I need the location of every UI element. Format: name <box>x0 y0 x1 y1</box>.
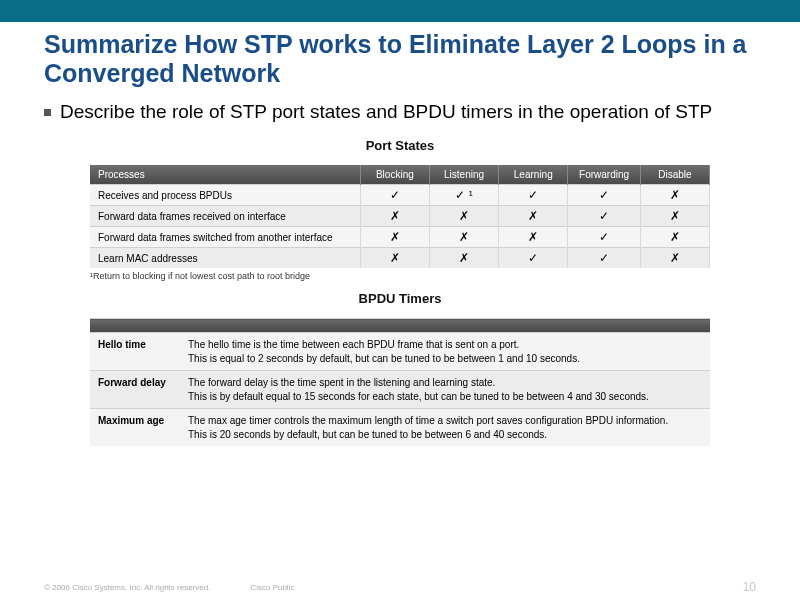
bullet-item: Describe the role of STP port states and… <box>44 100 756 125</box>
col-forwarding: Forwarding <box>568 165 640 185</box>
table-row: Hello timeThe hello time is the time bet… <box>90 333 710 371</box>
state-cell: ✗ <box>640 185 709 206</box>
state-cell: ✗ <box>429 206 498 227</box>
process-label: Learn MAC addresses <box>90 248 360 269</box>
slide-title: Summarize How STP works to Eliminate Lay… <box>44 30 756 88</box>
state-cell: ✗ <box>640 206 709 227</box>
bpdu-timers-table: Hello timeThe hello time is the time bet… <box>90 318 710 446</box>
table-row: Forward delayThe forward delay is the ti… <box>90 371 710 409</box>
table-row: Maximum ageThe max age timer controls th… <box>90 409 710 447</box>
timer-description: The max age timer controls the maximum l… <box>180 409 710 447</box>
state-cell: ✓ <box>568 206 640 227</box>
bpdu-timers-caption: BPDU Timers <box>44 291 756 306</box>
timer-label: Forward delay <box>90 371 180 409</box>
state-cell: ✓ <box>568 248 640 269</box>
footer-copyright: © 2006 Cisco Systems, Inc. All rights re… <box>44 583 210 592</box>
col-learning: Learning <box>499 165 568 185</box>
slide-top-bar <box>0 0 800 22</box>
footer-label: Cisco Public <box>250 583 294 592</box>
state-cell: ✗ <box>640 248 709 269</box>
state-cell: ✗ <box>360 248 429 269</box>
state-cell: ✗ <box>429 248 498 269</box>
state-cell: ✓ <box>499 185 568 206</box>
page-number: 10 <box>743 580 756 594</box>
table-row: Forward data frames switched from anothe… <box>90 227 710 248</box>
col-processes: Processes <box>90 165 360 185</box>
state-cell: ✓ <box>568 227 640 248</box>
state-cell: ✗ <box>640 227 709 248</box>
col-blocking: Blocking <box>360 165 429 185</box>
timer-label: Maximum age <box>90 409 180 447</box>
slide-footer: © 2006 Cisco Systems, Inc. All rights re… <box>0 580 800 594</box>
table-row: Receives and process BPDUs✓✓ ¹✓✓✗ <box>90 185 710 206</box>
port-states-footnote: ¹Return to blocking if not lowest cost p… <box>90 271 710 281</box>
process-label: Forward data frames switched from anothe… <box>90 227 360 248</box>
state-cell: ✗ <box>499 227 568 248</box>
timer-description: The forward delay is the time spent in t… <box>180 371 710 409</box>
state-cell: ✓ <box>499 248 568 269</box>
col-disable: Disable <box>640 165 709 185</box>
slide-content: Summarize How STP works to Eliminate Lay… <box>0 22 800 446</box>
state-cell: ✗ <box>429 227 498 248</box>
state-cell: ✓ ¹ <box>429 185 498 206</box>
state-cell: ✗ <box>360 227 429 248</box>
state-cell: ✓ <box>360 185 429 206</box>
process-label: Receives and process BPDUs <box>90 185 360 206</box>
bullet-square-icon <box>44 109 51 116</box>
timer-label: Hello time <box>90 333 180 371</box>
state-cell: ✓ <box>568 185 640 206</box>
state-cell: ✗ <box>360 206 429 227</box>
bpdu-header-bar <box>90 319 710 333</box>
state-cell: ✗ <box>499 206 568 227</box>
table-row: Learn MAC addresses✗✗✓✓✗ <box>90 248 710 269</box>
col-listening: Listening <box>429 165 498 185</box>
table-row: Forward data frames received on interfac… <box>90 206 710 227</box>
port-states-table: Processes Blocking Listening Learning Fo… <box>90 165 710 268</box>
timer-description: The hello time is the time between each … <box>180 333 710 371</box>
process-label: Forward data frames received on interfac… <box>90 206 360 227</box>
port-states-caption: Port States <box>44 138 756 153</box>
bullet-text: Describe the role of STP port states and… <box>60 100 712 125</box>
